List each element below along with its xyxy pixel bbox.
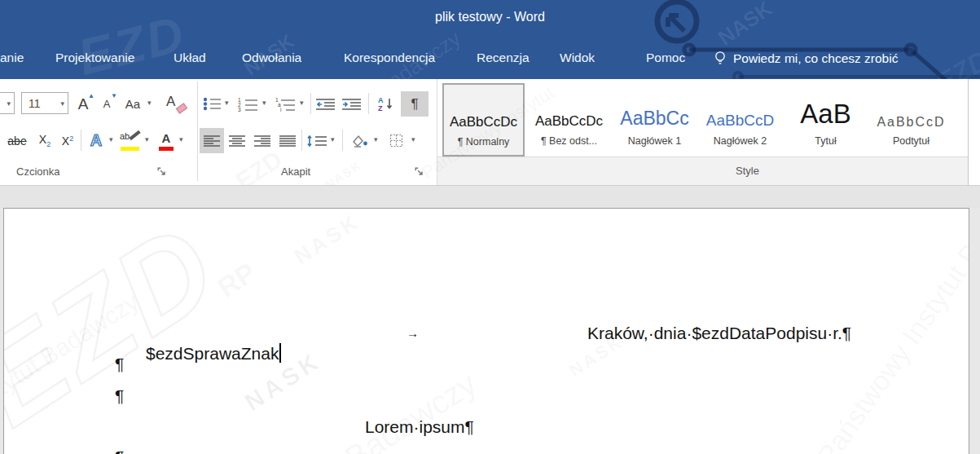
gallery-right-edge xyxy=(968,79,969,186)
change-case-icon: Aa xyxy=(125,97,140,111)
styles-group-label: Style xyxy=(437,157,968,177)
document-text-line-1-right[interactable]: Kraków,·dnia·$ezdDataPodpisu·r.¶ xyxy=(587,324,851,343)
pilcrow-icon: ¶ xyxy=(411,96,418,112)
highlight-color-button[interactable]: ab xyxy=(117,128,143,153)
numbering-button[interactable]: 1 2 3 xyxy=(235,91,261,117)
style-tytul[interactable]: AaB Tytuł xyxy=(784,86,867,154)
change-case-button[interactable]: Aa xyxy=(119,91,147,117)
align-center-button[interactable] xyxy=(226,128,248,153)
document-text-line-1-left[interactable]: $ezdSprawaZnak xyxy=(117,324,281,383)
word-window: EZD NASK NASK Badawczy EZD plik testowy … xyxy=(0,0,980,454)
align-left-button[interactable] xyxy=(200,128,224,153)
tab-uklad[interactable]: Układ xyxy=(174,51,206,65)
highlighter-icon: ab xyxy=(120,131,141,151)
chevron-down-icon[interactable]: ▾ xyxy=(109,135,113,143)
document-page[interactable]: EZD RP NASK NASK Badawczy Instytut Badaw… xyxy=(3,208,969,454)
chevron-down-icon[interactable]: ▾ xyxy=(331,135,335,143)
show-formatting-marks-button[interactable]: ¶ xyxy=(401,91,428,117)
shrink-font-button[interactable]: A ▼ xyxy=(96,91,117,117)
decrease-indent-button[interactable] xyxy=(314,91,337,117)
chevron-down-icon[interactable]: ▾ xyxy=(225,99,229,107)
style-sample: AaBbCcDc xyxy=(450,114,517,130)
style-naglowek-1[interactable]: AaBbCc Nagłówek 1 xyxy=(613,86,696,154)
paragraph-dialog-launcher[interactable] xyxy=(415,167,424,177)
clear-formatting-button[interactable]: A xyxy=(161,91,191,117)
divider xyxy=(368,93,369,114)
increase-indent-button[interactable] xyxy=(340,91,364,117)
tab-recenzja[interactable]: Recenzja xyxy=(477,51,530,65)
line-spacing-button[interactable] xyxy=(305,128,329,153)
justify-button[interactable] xyxy=(277,128,298,153)
chevron-down-icon[interactable]: ▾ xyxy=(145,135,149,143)
eraser-icon xyxy=(176,103,187,113)
tab-korespondencja[interactable]: Korespondencja xyxy=(344,51,435,65)
font-color-button[interactable]: A xyxy=(155,128,178,153)
style-sample: AaBbCcDc xyxy=(535,113,603,130)
align-right-button[interactable] xyxy=(252,128,273,153)
text-effects-button[interactable]: A xyxy=(84,128,108,153)
styles-gallery: AaBbCcDc ¶ Normalny AaBbCcDc ¶ Bez odst.… xyxy=(442,83,968,156)
pilcrow-mark[interactable]: ¶ xyxy=(115,355,124,374)
chevron-down-icon[interactable]: ▾ xyxy=(411,135,415,143)
tab-odwolania[interactable]: Odwołania xyxy=(242,51,301,65)
tab-widok[interactable]: Widok xyxy=(560,51,595,65)
ribbon-document-gap xyxy=(0,186,980,208)
tab-formatting-mark: → xyxy=(407,326,419,340)
tell-me-box[interactable]: Powiedz mi, co chcesz zrobić xyxy=(714,51,898,67)
ribbon: EZD NASK Państwowy Instytut ▾ 11 ▾ A ▲ A… xyxy=(0,79,980,186)
style-name: Nagłówek 2 xyxy=(714,135,767,147)
caret-down-icon: ▼ xyxy=(111,92,117,99)
svg-text:Z: Z xyxy=(378,104,383,112)
watermark-text: NASK xyxy=(322,158,364,186)
divider xyxy=(342,130,343,151)
style-name: ¶ Normalny xyxy=(458,136,510,148)
lightbulb-icon xyxy=(714,51,727,67)
grow-font-button[interactable]: A ▲ xyxy=(72,91,94,117)
window-title: plik testowy - Word xyxy=(0,10,980,24)
style-podtytul[interactable]: AaBbCcD Podtytuł xyxy=(870,86,952,154)
marker-pen-icon xyxy=(129,130,140,139)
style-sample: AaBbCc xyxy=(620,108,688,130)
multilevel-list-icon: 1 a i xyxy=(275,97,296,112)
chevron-down-icon[interactable]: ▾ xyxy=(300,99,304,107)
tab-wstawianie-partial[interactable]: anie xyxy=(0,51,24,65)
watermark-text: NASK xyxy=(290,209,365,270)
title-bar: EZD NASK NASK Badawczy EZD plik testowy … xyxy=(0,0,980,79)
multilevel-list-button[interactable]: 1 a i xyxy=(272,91,298,117)
borders-button[interactable] xyxy=(385,128,409,153)
align-right-icon xyxy=(254,134,270,148)
paragraph-group-label: Akapit xyxy=(281,165,310,178)
justify-icon xyxy=(279,134,296,148)
chevron-down-icon[interactable]: ▾ xyxy=(262,99,266,107)
font-size-combo[interactable]: 11 ▾ xyxy=(21,92,68,114)
watermark-text: RP xyxy=(212,256,261,303)
style-name: Tytuł xyxy=(815,135,836,147)
pilcrow-mark[interactable]: ¶ xyxy=(115,386,124,406)
chevron-down-icon[interactable]: ▾ xyxy=(179,135,183,143)
bullets-button[interactable] xyxy=(200,91,223,117)
font-group-label: Czcionka xyxy=(16,165,59,178)
svg-text:i: i xyxy=(280,107,281,112)
subscript-button[interactable]: X2 xyxy=(34,128,55,153)
group-separator xyxy=(197,82,198,181)
style-name: ¶ Bez odst... xyxy=(541,135,597,147)
shading-button[interactable] xyxy=(346,128,372,153)
sort-button[interactable]: A Z xyxy=(373,91,398,117)
watermark-text: NASK xyxy=(714,0,777,51)
document-text-centered[interactable]: Lorem·ipsum¶ xyxy=(365,417,474,437)
chevron-down-icon[interactable]: ▾ xyxy=(147,99,152,107)
chevron-down-icon[interactable]: ▾ xyxy=(374,135,378,143)
superscript-button[interactable]: X2 xyxy=(57,128,78,153)
caret-up-icon: ▲ xyxy=(88,92,94,99)
align-center-icon xyxy=(229,134,245,148)
strikethrough-button[interactable]: abe xyxy=(2,128,33,153)
font-color-icon: A xyxy=(158,131,174,151)
style-bez-odstepow[interactable]: AaBbCcDc ¶ Bez odst... xyxy=(528,86,610,154)
font-dialog-launcher[interactable] xyxy=(157,167,167,177)
style-normalny[interactable]: AaBbCcDc ¶ Normalny xyxy=(442,83,525,156)
tab-projektowanie[interactable]: Projektowanie xyxy=(55,51,134,65)
pilcrow-mark[interactable]: ¶ xyxy=(115,447,124,454)
font-name-combo[interactable]: ▾ xyxy=(0,92,15,114)
style-naglowek-2[interactable]: AaBbCcD Nagłówek 2 xyxy=(699,86,781,154)
tab-pomoc[interactable]: Pomoc xyxy=(646,51,685,65)
